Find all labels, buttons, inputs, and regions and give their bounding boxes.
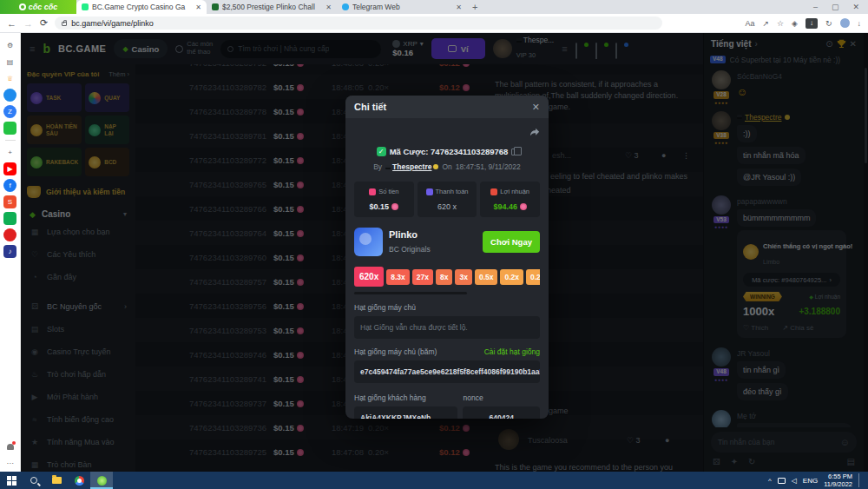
zalo-icon[interactable]: Z	[3, 105, 16, 118]
play-now-button[interactable]: Chơi Ngay	[483, 231, 540, 253]
tab-close-icon[interactable]: ✕	[326, 3, 332, 11]
browser-toolbar: ← → ⟳ bc.game/vi/game/plinko Aa ↗ ☆ ◈ ↓ …	[0, 14, 868, 33]
shield-icon[interactable]: ◈	[792, 19, 798, 28]
add-icon[interactable]: +	[3, 146, 16, 159]
address-bar[interactable]: bc.game/vi/game/plinko	[55, 17, 662, 30]
bookmark-icon[interactable]: ☆	[777, 19, 784, 28]
maximize-button[interactable]: ▢	[832, 3, 839, 11]
multiplier-chip: 8.3x	[386, 269, 410, 285]
nonce-value: 640424	[463, 406, 540, 419]
amount-icon	[369, 188, 376, 195]
stat-profit: Lợi nhuận $94.46	[480, 182, 540, 217]
game-studio: BC Originals	[389, 245, 431, 254]
tab-bcgame[interactable]: BC.Game Crypto Casino Ga ✕	[76, 0, 207, 14]
youtube-icon[interactable]: ▶	[3, 162, 16, 175]
share-icon[interactable]	[529, 127, 540, 138]
multiplier-chips: 620x8.3x27x8x3x0.5x0.2x0.2x0.2x0.2	[354, 267, 540, 287]
tab-close-icon[interactable]: ✕	[456, 3, 462, 11]
tab-telegram[interactable]: Telegram Web ✕	[337, 0, 467, 14]
favicon	[342, 3, 349, 10]
bet-stats: Số tiền $0.15 Thanh toán 620 x Lợi nhuận…	[354, 182, 540, 217]
facebook-icon[interactable]: f	[3, 179, 16, 192]
browser-tabbar: cốc cốc BC.Game Crypto Casino Ga ✕ $2,50…	[0, 0, 868, 14]
share-icon[interactable]: ↗	[762, 19, 769, 28]
server-seed-hash-label: Hạt giống máy chủ (băm)	[354, 347, 437, 356]
more-icon[interactable]: ⋯	[3, 457, 16, 470]
extension-download-icon[interactable]: ↓	[806, 18, 818, 29]
medal-icon	[433, 164, 438, 169]
copy-icon[interactable]	[511, 149, 517, 155]
history-icon[interactable]: ↻	[825, 19, 832, 28]
profile-avatar[interactable]	[840, 18, 850, 28]
payout-icon	[426, 188, 433, 195]
client-seed-label: Hạt giống khách hàng	[354, 393, 426, 402]
multiplier-chip: 0.2x	[526, 269, 540, 285]
reload-button[interactable]: ⟳	[40, 17, 48, 29]
minimize-button[interactable]: –	[813, 3, 818, 11]
server-seed-hash: e7c459474fa77ae5ce9e6218f5f8ceff4086f991…	[354, 360, 540, 383]
chips-scrollbar[interactable]	[354, 292, 467, 294]
network-icon[interactable]	[778, 478, 786, 484]
tray-expand-icon[interactable]: ^	[768, 477, 772, 485]
language-indicator[interactable]: ENG	[803, 477, 818, 485]
chrome-icon[interactable]	[68, 472, 90, 489]
nonce-label: nonce	[463, 393, 483, 402]
start-button[interactable]	[0, 472, 23, 489]
shopee-icon[interactable]: S	[3, 195, 16, 208]
screen: cốc cốc BC.Game Crypto Casino Ga ✕ $2,50…	[0, 0, 868, 489]
stat-amount: Số tiền $0.15	[354, 182, 414, 217]
lock-icon	[62, 22, 67, 26]
tab-title: Telegram Web	[352, 3, 452, 11]
multiplier-chip: 8x	[436, 269, 452, 285]
windows-taskbar: ^ ◁ ENG 6:55 PM11/9/2022	[0, 472, 868, 489]
volume-icon[interactable]: ◁	[792, 477, 797, 485]
gear-icon[interactable]: ⚙	[3, 39, 16, 52]
game-row: Plinko BC Originals Chơi Ngay	[354, 228, 540, 256]
verified-icon: ✓	[377, 147, 386, 156]
new-tab-button[interactable]: +	[472, 2, 477, 12]
bet-datetime: 18:47:51, 9/11/2022	[456, 162, 521, 171]
back-button[interactable]: ←	[7, 18, 16, 29]
modal-title: Chi tiết	[354, 102, 386, 112]
multiplier-chip: 0.2x	[500, 269, 523, 285]
crown-icon[interactable]: ♕	[3, 72, 16, 85]
coccoc-taskbar-icon[interactable]	[90, 472, 113, 489]
seed-settings-link[interactable]: Cài đặt hạt giống	[484, 347, 540, 356]
modal-close-icon[interactable]: ✕	[532, 102, 540, 113]
coccoc-brand[interactable]: cốc cốc	[0, 0, 76, 14]
browser-sidebar: ⚙▤♕Z+▶fS♪ ⋯	[0, 33, 21, 472]
show-desktop-button[interactable]	[858, 473, 861, 487]
mp3-icon[interactable]: ♪	[3, 245, 16, 258]
bcgame-site: ≡ b BC.GAME ◆ Casino Các mônthể thao Tìm…	[21, 33, 868, 472]
bet-author[interactable]: Thespectre	[385, 162, 438, 171]
messenger-icon[interactable]	[3, 89, 16, 102]
tab-title: $2,500 Prestige Plinko Chall	[222, 3, 322, 11]
games-icon[interactable]	[3, 122, 16, 135]
downloads-icon[interactable]: ↓	[858, 19, 862, 28]
sheets-icon[interactable]	[3, 212, 16, 225]
brand-label: cốc cốc	[29, 3, 58, 11]
notification-bell-icon[interactable]	[3, 440, 16, 453]
translate-icon[interactable]: Aa	[745, 19, 754, 28]
clock[interactable]: 6:55 PM11/9/2022	[824, 472, 852, 488]
coccoc-logo-icon	[19, 3, 26, 10]
taskbar-search-icon[interactable]	[23, 472, 45, 489]
game-name: Plinko	[389, 229, 431, 240]
profit-icon	[490, 188, 497, 195]
divider	[5, 140, 16, 141]
tophat-icon	[385, 165, 391, 169]
file-explorer-icon[interactable]	[45, 472, 68, 489]
feed-icon[interactable]: ▤	[3, 56, 16, 69]
multiplier-chip: 27x	[412, 269, 433, 285]
tab-plinko-challenge[interactable]: $2,500 Prestige Plinko Chall ✕	[207, 0, 337, 14]
url-text: bc.game/vi/game/plinko	[71, 19, 154, 28]
tab-title: BC.Game Crypto Casino Ga	[92, 3, 192, 11]
bet-id: 74762341103289768	[431, 147, 508, 156]
tab-close-icon[interactable]: ✕	[195, 3, 201, 11]
plinko-thumbnail[interactable]	[354, 228, 383, 256]
multiplier-chip: 620x	[354, 267, 384, 287]
favicon	[82, 3, 89, 10]
close-window-button[interactable]: ✕	[852, 3, 859, 11]
video-app-icon[interactable]	[3, 228, 16, 241]
forward-button[interactable]: →	[23, 18, 33, 29]
